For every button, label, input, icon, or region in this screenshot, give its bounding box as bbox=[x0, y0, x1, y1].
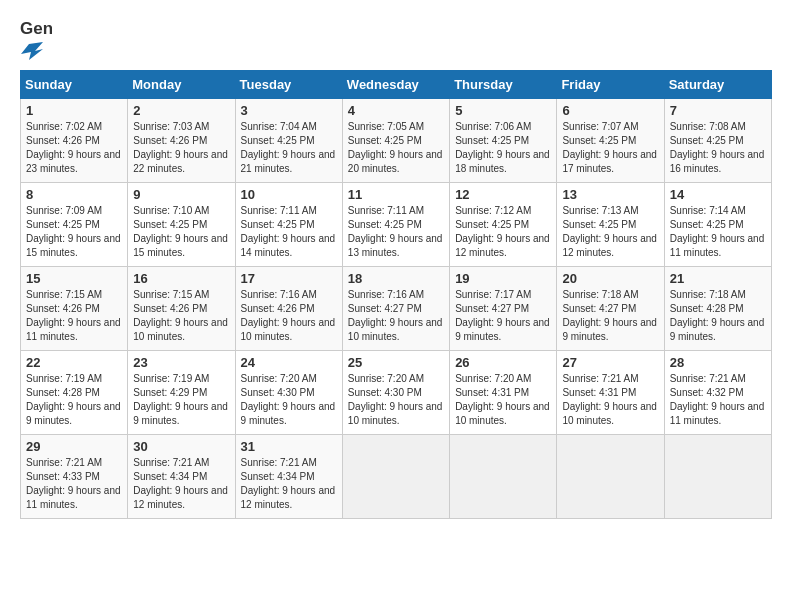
day-number: 21 bbox=[670, 271, 766, 286]
day-info: Sunrise: 7:20 AM Sunset: 4:30 PM Dayligh… bbox=[348, 373, 443, 426]
day-info: Sunrise: 7:05 AM Sunset: 4:25 PM Dayligh… bbox=[348, 121, 443, 174]
day-number: 23 bbox=[133, 355, 229, 370]
col-friday: Friday bbox=[557, 71, 664, 99]
col-monday: Monday bbox=[128, 71, 235, 99]
table-row: 29 Sunrise: 7:21 AM Sunset: 4:33 PM Dayl… bbox=[21, 435, 128, 519]
day-info: Sunrise: 7:21 AM Sunset: 4:33 PM Dayligh… bbox=[26, 457, 121, 510]
table-row: 18 Sunrise: 7:16 AM Sunset: 4:27 PM Dayl… bbox=[342, 267, 449, 351]
day-info: Sunrise: 7:03 AM Sunset: 4:26 PM Dayligh… bbox=[133, 121, 228, 174]
table-row bbox=[664, 435, 771, 519]
calendar-week-row: 22 Sunrise: 7:19 AM Sunset: 4:28 PM Dayl… bbox=[21, 351, 772, 435]
day-number: 17 bbox=[241, 271, 337, 286]
day-number: 12 bbox=[455, 187, 551, 202]
day-info: Sunrise: 7:02 AM Sunset: 4:26 PM Dayligh… bbox=[26, 121, 121, 174]
day-number: 28 bbox=[670, 355, 766, 370]
table-row: 25 Sunrise: 7:20 AM Sunset: 4:30 PM Dayl… bbox=[342, 351, 449, 435]
col-wednesday: Wednesday bbox=[342, 71, 449, 99]
table-row: 11 Sunrise: 7:11 AM Sunset: 4:25 PM Dayl… bbox=[342, 183, 449, 267]
table-row bbox=[557, 435, 664, 519]
day-info: Sunrise: 7:12 AM Sunset: 4:25 PM Dayligh… bbox=[455, 205, 550, 258]
day-info: Sunrise: 7:14 AM Sunset: 4:25 PM Dayligh… bbox=[670, 205, 765, 258]
day-info: Sunrise: 7:15 AM Sunset: 4:26 PM Dayligh… bbox=[26, 289, 121, 342]
day-info: Sunrise: 7:18 AM Sunset: 4:27 PM Dayligh… bbox=[562, 289, 657, 342]
table-row: 6 Sunrise: 7:07 AM Sunset: 4:25 PM Dayli… bbox=[557, 99, 664, 183]
table-row: 4 Sunrise: 7:05 AM Sunset: 4:25 PM Dayli… bbox=[342, 99, 449, 183]
col-thursday: Thursday bbox=[450, 71, 557, 99]
day-number: 20 bbox=[562, 271, 658, 286]
day-number: 22 bbox=[26, 355, 122, 370]
calendar-header-row: Sunday Monday Tuesday Wednesday Thursday… bbox=[21, 71, 772, 99]
day-info: Sunrise: 7:21 AM Sunset: 4:34 PM Dayligh… bbox=[133, 457, 228, 510]
day-number: 26 bbox=[455, 355, 551, 370]
day-number: 30 bbox=[133, 439, 229, 454]
day-number: 14 bbox=[670, 187, 766, 202]
table-row: 2 Sunrise: 7:03 AM Sunset: 4:26 PM Dayli… bbox=[128, 99, 235, 183]
day-info: Sunrise: 7:15 AM Sunset: 4:26 PM Dayligh… bbox=[133, 289, 228, 342]
table-row: 14 Sunrise: 7:14 AM Sunset: 4:25 PM Dayl… bbox=[664, 183, 771, 267]
day-number: 2 bbox=[133, 103, 229, 118]
day-number: 15 bbox=[26, 271, 122, 286]
day-number: 19 bbox=[455, 271, 551, 286]
day-number: 3 bbox=[241, 103, 337, 118]
day-info: Sunrise: 7:16 AM Sunset: 4:26 PM Dayligh… bbox=[241, 289, 336, 342]
day-info: Sunrise: 7:11 AM Sunset: 4:25 PM Dayligh… bbox=[241, 205, 336, 258]
table-row: 22 Sunrise: 7:19 AM Sunset: 4:28 PM Dayl… bbox=[21, 351, 128, 435]
day-info: Sunrise: 7:21 AM Sunset: 4:31 PM Dayligh… bbox=[562, 373, 657, 426]
svg-text:General: General bbox=[20, 19, 52, 38]
table-row: 26 Sunrise: 7:20 AM Sunset: 4:31 PM Dayl… bbox=[450, 351, 557, 435]
day-info: Sunrise: 7:20 AM Sunset: 4:30 PM Dayligh… bbox=[241, 373, 336, 426]
day-info: Sunrise: 7:20 AM Sunset: 4:31 PM Dayligh… bbox=[455, 373, 550, 426]
svg-marker-1 bbox=[21, 42, 43, 60]
col-saturday: Saturday bbox=[664, 71, 771, 99]
calendar-week-row: 8 Sunrise: 7:09 AM Sunset: 4:25 PM Dayli… bbox=[21, 183, 772, 267]
day-info: Sunrise: 7:07 AM Sunset: 4:25 PM Dayligh… bbox=[562, 121, 657, 174]
day-info: Sunrise: 7:16 AM Sunset: 4:27 PM Dayligh… bbox=[348, 289, 443, 342]
table-row bbox=[450, 435, 557, 519]
table-row: 3 Sunrise: 7:04 AM Sunset: 4:25 PM Dayli… bbox=[235, 99, 342, 183]
day-number: 8 bbox=[26, 187, 122, 202]
day-info: Sunrise: 7:19 AM Sunset: 4:28 PM Dayligh… bbox=[26, 373, 121, 426]
calendar-table: Sunday Monday Tuesday Wednesday Thursday… bbox=[20, 70, 772, 519]
logo-bird-icon bbox=[21, 42, 43, 60]
table-row: 24 Sunrise: 7:20 AM Sunset: 4:30 PM Dayl… bbox=[235, 351, 342, 435]
day-info: Sunrise: 7:21 AM Sunset: 4:32 PM Dayligh… bbox=[670, 373, 765, 426]
day-number: 6 bbox=[562, 103, 658, 118]
day-number: 31 bbox=[241, 439, 337, 454]
day-info: Sunrise: 7:06 AM Sunset: 4:25 PM Dayligh… bbox=[455, 121, 550, 174]
table-row: 27 Sunrise: 7:21 AM Sunset: 4:31 PM Dayl… bbox=[557, 351, 664, 435]
day-info: Sunrise: 7:09 AM Sunset: 4:25 PM Dayligh… bbox=[26, 205, 121, 258]
logo-icon: General bbox=[20, 16, 52, 42]
day-info: Sunrise: 7:11 AM Sunset: 4:25 PM Dayligh… bbox=[348, 205, 443, 258]
day-number: 16 bbox=[133, 271, 229, 286]
table-row: 31 Sunrise: 7:21 AM Sunset: 4:34 PM Dayl… bbox=[235, 435, 342, 519]
day-number: 24 bbox=[241, 355, 337, 370]
table-row: 23 Sunrise: 7:19 AM Sunset: 4:29 PM Dayl… bbox=[128, 351, 235, 435]
table-row: 19 Sunrise: 7:17 AM Sunset: 4:27 PM Dayl… bbox=[450, 267, 557, 351]
header: General bbox=[20, 16, 772, 60]
table-row: 1 Sunrise: 7:02 AM Sunset: 4:26 PM Dayli… bbox=[21, 99, 128, 183]
col-tuesday: Tuesday bbox=[235, 71, 342, 99]
day-info: Sunrise: 7:13 AM Sunset: 4:25 PM Dayligh… bbox=[562, 205, 657, 258]
logo: General bbox=[20, 16, 52, 60]
table-row: 21 Sunrise: 7:18 AM Sunset: 4:28 PM Dayl… bbox=[664, 267, 771, 351]
day-number: 7 bbox=[670, 103, 766, 118]
day-number: 11 bbox=[348, 187, 444, 202]
calendar-body: 1 Sunrise: 7:02 AM Sunset: 4:26 PM Dayli… bbox=[21, 99, 772, 519]
table-row: 10 Sunrise: 7:11 AM Sunset: 4:25 PM Dayl… bbox=[235, 183, 342, 267]
day-number: 18 bbox=[348, 271, 444, 286]
day-number: 5 bbox=[455, 103, 551, 118]
day-info: Sunrise: 7:18 AM Sunset: 4:28 PM Dayligh… bbox=[670, 289, 765, 342]
day-number: 4 bbox=[348, 103, 444, 118]
table-row: 17 Sunrise: 7:16 AM Sunset: 4:26 PM Dayl… bbox=[235, 267, 342, 351]
table-row: 16 Sunrise: 7:15 AM Sunset: 4:26 PM Dayl… bbox=[128, 267, 235, 351]
table-row: 20 Sunrise: 7:18 AM Sunset: 4:27 PM Dayl… bbox=[557, 267, 664, 351]
table-row bbox=[342, 435, 449, 519]
day-info: Sunrise: 7:04 AM Sunset: 4:25 PM Dayligh… bbox=[241, 121, 336, 174]
table-row: 28 Sunrise: 7:21 AM Sunset: 4:32 PM Dayl… bbox=[664, 351, 771, 435]
table-row: 7 Sunrise: 7:08 AM Sunset: 4:25 PM Dayli… bbox=[664, 99, 771, 183]
table-row: 8 Sunrise: 7:09 AM Sunset: 4:25 PM Dayli… bbox=[21, 183, 128, 267]
day-number: 10 bbox=[241, 187, 337, 202]
table-row: 12 Sunrise: 7:12 AM Sunset: 4:25 PM Dayl… bbox=[450, 183, 557, 267]
day-info: Sunrise: 7:10 AM Sunset: 4:25 PM Dayligh… bbox=[133, 205, 228, 258]
day-number: 25 bbox=[348, 355, 444, 370]
